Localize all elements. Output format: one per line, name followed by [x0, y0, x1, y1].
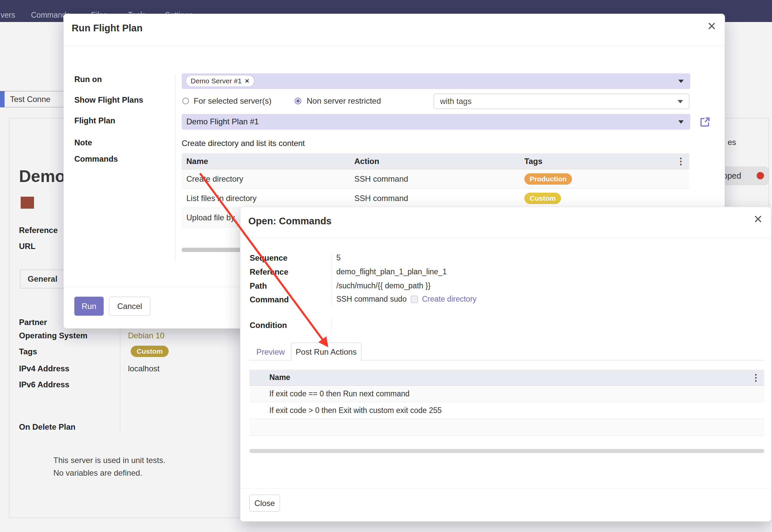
header-divider [240, 238, 771, 238]
modal-column-divider [175, 74, 176, 261]
create-directory-link[interactable]: Create directory [422, 295, 477, 304]
table-row[interactable]: Create directory SSH command Production [182, 169, 689, 189]
cancel-button[interactable]: Cancel [109, 297, 150, 316]
value-command: SSH command sudo [336, 295, 407, 304]
value-sequence: 5 [336, 253, 341, 262]
label-path: Path [250, 281, 267, 291]
footer-divider [240, 488, 771, 488]
label-commands: Commands [74, 154, 118, 164]
cell-name: If exit code == 0 then Run next command [269, 389, 410, 398]
label-sequence: Sequence [250, 253, 287, 263]
dropdown-caret-icon[interactable] [678, 80, 684, 83]
modal-column-divider [331, 319, 331, 335]
modal-column-divider [331, 252, 331, 305]
run-modal-title: Run Flight Plan [72, 23, 143, 34]
label-flight-plan: Flight Plan [74, 116, 115, 125]
label-condition: Condition [250, 321, 287, 330]
label-command: Command [250, 295, 289, 304]
column-options-icon[interactable]: ⋮ [676, 156, 689, 167]
label-reference: Reference [250, 267, 288, 277]
label-show-flight-plans: Show Flight Plans [74, 95, 143, 105]
table-row[interactable]: If exit code > 0 then Exit with custom e… [249, 402, 764, 419]
note-value: Create directory and list its content [182, 139, 305, 148]
server-chip[interactable]: Demo Server #1 ✕ [186, 75, 254, 87]
column-header-name[interactable]: Name [182, 157, 354, 166]
dropdown-caret-icon[interactable] [678, 100, 683, 103]
cell-action: SSH command [354, 194, 524, 203]
label-note: Note [74, 138, 92, 147]
cell-action: SSH command [354, 174, 524, 184]
column-header-action[interactable]: Action [354, 157, 524, 166]
radio-non-server-restricted-label[interactable]: Non server restricted [307, 96, 381, 106]
table-row[interactable]: If exit code == 0 then Run next command [249, 386, 764, 402]
cell-name: Create directory [182, 174, 354, 184]
chip-remove-icon[interactable]: ✕ [245, 78, 249, 85]
cell-name: If exit code > 0 then Exit with custom e… [269, 406, 442, 415]
with-tags-select[interactable]: with tags [434, 94, 689, 109]
radio-selected-servers-label[interactable]: For selected server(s) [194, 96, 271, 106]
tab-post-run-actions[interactable]: Post Run Actions [291, 343, 361, 361]
table-row[interactable]: List files in directory SSH command Cust… [182, 189, 689, 208]
column-header-tags[interactable]: Tags [524, 157, 676, 166]
flight-plan-value: Demo Flight Plan #1 [186, 117, 259, 126]
post-run-actions-table: Name ⋮ If exit code == 0 then Run next c… [249, 370, 764, 436]
column-header-name[interactable]: Name [265, 373, 751, 382]
column-options-icon[interactable]: ⋮ [751, 372, 764, 383]
server-chip-label: Demo Server #1 [191, 77, 242, 85]
cell-name: List files in directory [182, 194, 354, 203]
close-icon[interactable]: × [754, 212, 762, 226]
tag-badge-production: Production [524, 173, 572, 185]
table-row-empty [249, 419, 764, 436]
run-button[interactable]: Run [74, 297, 104, 316]
value-command-row: SSH command sudo Create directory [336, 295, 477, 304]
flight-plan-field[interactable]: Demo Flight Plan #1 [182, 114, 690, 130]
table-header-row: Name ⋮ [249, 370, 764, 386]
close-button[interactable]: Close [249, 495, 280, 512]
tag-badge-custom: Custom [524, 193, 561, 204]
screen: vers Commands Files Tools Settings Test … [0, 0, 772, 532]
run-on-field[interactable]: Demo Server #1 ✕ [182, 73, 690, 89]
tab-preview[interactable]: Preview [256, 347, 285, 357]
table-header-row: Name Action Tags ⋮ [182, 153, 689, 169]
close-icon[interactable]: × [707, 19, 716, 33]
command-checkbox[interactable] [411, 296, 418, 303]
open-commands-modal: Open: Commands × Sequence Reference Path… [240, 207, 771, 522]
label-run-on: Run on [74, 75, 102, 84]
horizontal-scrollbar[interactable] [249, 449, 764, 453]
radio-selected-servers[interactable] [182, 98, 189, 104]
commands-modal-title: Open: Commands [248, 216, 332, 227]
external-link-icon[interactable] [699, 116, 711, 128]
dropdown-caret-icon[interactable] [678, 120, 684, 124]
header-divider [64, 46, 725, 46]
radio-non-server-restricted[interactable] [295, 98, 301, 104]
with-tags-value: with tags [440, 97, 472, 106]
value-reference: demo_flight_plan_1_plan_line_1 [336, 267, 447, 276]
value-path: /such/much/{{ demo_path }} [336, 281, 431, 290]
